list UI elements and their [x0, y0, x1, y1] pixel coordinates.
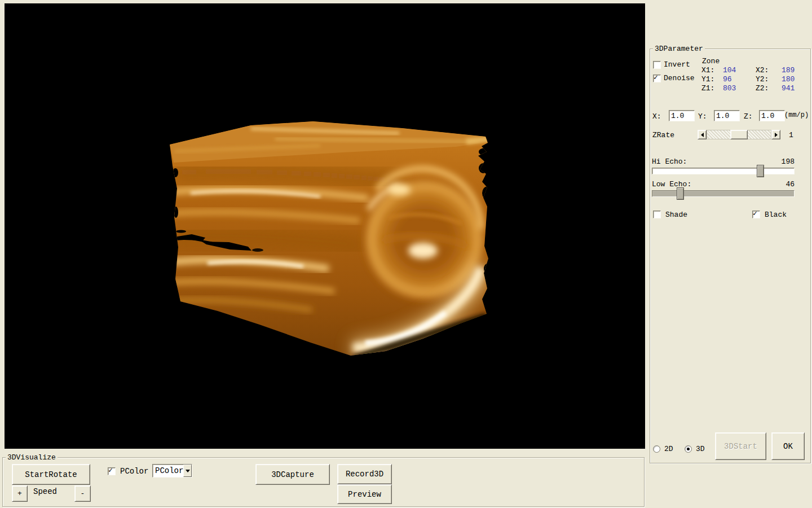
- volume-render-3d: [5, 3, 645, 449]
- speed-minus-button[interactable]: -: [74, 485, 91, 502]
- pcolor-checkbox[interactable]: [108, 467, 116, 475]
- capture-3d-button[interactable]: 3DCapture: [255, 464, 330, 485]
- invert-checkbox[interactable]: [653, 61, 661, 69]
- zone-y1-label: Y1:: [701, 75, 723, 84]
- visualize-panel-title: 3DVisualize: [6, 453, 58, 462]
- denoise-checkbox[interactable]: [653, 75, 661, 82]
- zone-z1-label: Z1:: [701, 84, 723, 93]
- parameter-panel: 3DParameter Invert Denoise Zone X1: 104 …: [650, 49, 811, 463]
- scale-y-input[interactable]: [714, 110, 740, 121]
- invert-label: Invert: [664, 60, 690, 69]
- zone-y1-value: 96: [723, 75, 756, 84]
- preview-button[interactable]: Preview: [337, 484, 392, 504]
- black-checkbox[interactable]: [752, 211, 760, 218]
- render-viewport[interactable]: [5, 3, 645, 449]
- zone-values: X1: 104 X2: 189 Y1: 96 Y2: 180 Z1: 803 Z…: [701, 66, 809, 93]
- shade-label: Shade: [665, 211, 687, 219]
- zrate-scroll-thumb[interactable]: [730, 130, 748, 139]
- speed-plus-button[interactable]: +: [12, 485, 28, 502]
- zone-z2-label: Z2:: [756, 84, 782, 93]
- low-echo-value: 46: [785, 180, 795, 189]
- app-window: { "window": { "background": "#ece9d8", "…: [0, 0, 812, 508]
- record-3d-button[interactable]: Record3D: [337, 464, 392, 484]
- mode-3d-label: 3D: [696, 445, 705, 453]
- denoise-label: Denoise: [664, 74, 695, 82]
- zrate-scroll-left-button[interactable]: [698, 130, 707, 139]
- start-rotate-button[interactable]: StartRotate: [12, 464, 90, 485]
- hi-echo-row: Hi Echo: 198: [652, 157, 795, 166]
- parameter-panel-title: 3DParameter: [653, 45, 705, 53]
- zone-z2-value: 941: [782, 84, 806, 93]
- low-echo-slider-thumb[interactable]: [677, 187, 684, 200]
- black-label: Black: [765, 211, 787, 219]
- scale-x-input[interactable]: [669, 110, 695, 121]
- mode-2d-radio[interactable]: [653, 445, 660, 453]
- pcolor-dropdown-button[interactable]: [183, 465, 192, 477]
- scale-z-label: Z:: [744, 112, 753, 121]
- zone-y2-value: 180: [782, 75, 806, 84]
- zrate-value: 1: [789, 131, 793, 139]
- arrow-left-icon: [701, 133, 704, 137]
- zone-y2-label: Y2:: [756, 75, 782, 84]
- scale-unit-label: (mm/p): [784, 111, 809, 120]
- pcolor-dropdown[interactable]: PColor: [152, 464, 192, 478]
- speed-label: Speed: [33, 488, 57, 496]
- zone-x2-value: 189: [782, 66, 806, 75]
- shade-checkbox[interactable]: [653, 211, 661, 218]
- hi-echo-value: 198: [782, 157, 795, 166]
- zrate-scroll-right-button[interactable]: [771, 130, 780, 139]
- hi-echo-slider-thumb[interactable]: [757, 165, 764, 177]
- chevron-down-icon: [186, 470, 190, 472]
- arrow-right-icon: [775, 133, 778, 137]
- low-echo-slider-track[interactable]: [652, 190, 795, 197]
- zone-title: Zone: [702, 57, 720, 65]
- mode-2d-label: 2D: [664, 445, 673, 453]
- scale-z-input[interactable]: [759, 110, 785, 121]
- scale-y-label: Y:: [698, 112, 707, 121]
- hi-echo-slider-track[interactable]: [652, 168, 795, 174]
- scale-x-label: X:: [652, 112, 661, 121]
- start-3d-button: 3DStart: [715, 432, 766, 460]
- zrate-label: ZRate: [652, 131, 674, 139]
- zone-x1-value: 104: [723, 66, 756, 75]
- zrate-scrollbar: [698, 130, 780, 139]
- ok-button[interactable]: OK: [771, 432, 805, 460]
- zone-x2-label: X2:: [756, 66, 782, 75]
- zone-x1-label: X1:: [701, 66, 723, 75]
- visualize-panel: 3DVisualize StartRotate PColor PColor 3D…: [2, 457, 645, 507]
- zone-z1-value: 803: [723, 84, 756, 93]
- mode-3d-radio[interactable]: [685, 445, 692, 453]
- pcolor-label: PColor: [120, 467, 148, 476]
- low-echo-row: Low Echo: 46: [652, 180, 795, 189]
- pcolor-dropdown-value: PColor: [153, 466, 183, 475]
- hi-echo-label: Hi Echo:: [652, 157, 687, 166]
- low-echo-label: Low Echo:: [652, 180, 691, 189]
